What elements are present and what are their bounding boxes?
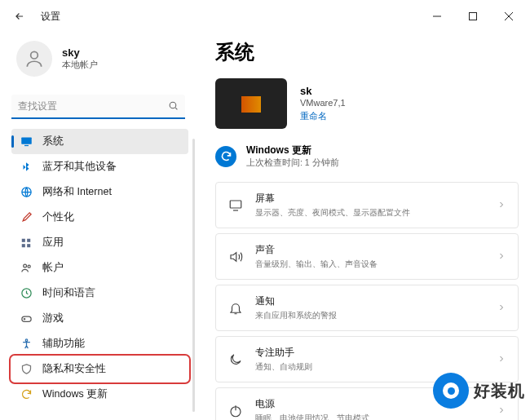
sidebar-item-gaming[interactable]: 游戏 xyxy=(11,306,188,331)
card-sub: 来自应用和系统的警报 xyxy=(255,310,485,321)
close-icon xyxy=(505,12,513,20)
bluetooth-icon xyxy=(20,161,33,174)
svg-point-10 xyxy=(23,264,26,267)
svg-point-1 xyxy=(31,51,38,59)
avatar xyxy=(16,41,52,77)
bell-icon xyxy=(227,301,244,316)
main-content: 系统 sk VMware7,1 重命名 Windows 更新 上次检查时间: 1… xyxy=(196,33,530,420)
sidebar-item-time[interactable]: 时间和语言 xyxy=(11,281,188,306)
svg-point-2 xyxy=(170,102,176,108)
chevron-right-icon xyxy=(497,198,506,213)
watermark-text: 好装机 xyxy=(474,380,525,402)
window-title: 设置 xyxy=(41,10,60,24)
sidebar-item-label: 时间和语言 xyxy=(42,286,95,300)
device-model: VMware7,1 xyxy=(300,98,346,108)
update-status-icon xyxy=(215,146,236,167)
card-sound[interactable]: 声音音量级别、输出、输入、声音设备 xyxy=(215,233,519,280)
moon-icon xyxy=(227,352,244,367)
chevron-right-icon xyxy=(497,250,506,264)
windows-update-status[interactable]: Windows 更新 上次检查时间: 1 分钟前 xyxy=(215,144,519,169)
update-icon xyxy=(20,388,33,401)
minimize-button[interactable] xyxy=(419,3,455,29)
apps-icon xyxy=(20,237,33,250)
search-input[interactable] xyxy=(11,95,185,119)
svg-rect-8 xyxy=(22,244,25,247)
sidebar: sky 本地帐户 系统 蓝牙和其他设备 网络和 Internet xyxy=(0,33,196,420)
card-title: 专注助手 xyxy=(255,346,485,360)
minimize-icon xyxy=(433,12,441,20)
sidebar-item-system[interactable]: 系统 xyxy=(11,129,188,154)
update-title: Windows 更新 xyxy=(246,144,339,157)
rename-link[interactable]: 重命名 xyxy=(300,110,346,122)
device-info: sk VMware7,1 重命名 xyxy=(215,78,519,129)
display-icon xyxy=(227,198,244,213)
maximize-button[interactable] xyxy=(455,3,491,29)
sidebar-item-label: 游戏 xyxy=(42,312,64,325)
back-icon xyxy=(14,11,25,22)
svg-rect-4 xyxy=(24,145,29,146)
watermark: 好装机 xyxy=(433,373,525,409)
card-title: 声音 xyxy=(255,243,485,257)
page-title: 系统 xyxy=(215,39,519,65)
power-icon xyxy=(227,404,244,418)
svg-rect-6 xyxy=(22,238,25,241)
user-name: sky xyxy=(62,46,98,59)
sidebar-item-bluetooth[interactable]: 蓝牙和其他设备 xyxy=(11,154,188,179)
watermark-icon xyxy=(433,373,469,409)
maximize-icon xyxy=(469,12,477,20)
card-sub: 通知、自动规则 xyxy=(255,361,485,373)
sidebar-item-label: 隐私和安全性 xyxy=(42,362,106,376)
chevron-right-icon xyxy=(497,301,506,316)
sidebar-item-label: 蓝牙和其他设备 xyxy=(42,160,117,174)
svg-rect-7 xyxy=(27,238,30,241)
chevron-right-icon xyxy=(497,352,506,367)
sound-icon xyxy=(227,250,244,264)
sidebar-item-label: Windows 更新 xyxy=(42,387,108,401)
svg-rect-0 xyxy=(470,13,477,20)
sidebar-item-label: 系统 xyxy=(42,135,64,148)
system-icon xyxy=(20,135,33,148)
accounts-icon xyxy=(20,262,33,275)
sidebar-item-privacy[interactable]: 隐私和安全性 xyxy=(11,356,188,382)
back-button[interactable] xyxy=(7,3,33,29)
sidebar-item-label: 个性化 xyxy=(42,210,74,224)
gaming-icon xyxy=(20,312,33,325)
card-notifications[interactable]: 通知来自应用和系统的警报 xyxy=(215,285,519,331)
sidebar-item-personalization[interactable]: 个性化 xyxy=(11,205,188,230)
person-icon xyxy=(24,48,45,69)
card-sub: 音量级别、输出、输入、声音设备 xyxy=(255,259,485,270)
svg-rect-3 xyxy=(21,138,32,144)
sidebar-item-label: 应用 xyxy=(42,236,64,250)
sidebar-item-label: 辅助功能 xyxy=(42,337,85,351)
network-icon xyxy=(20,186,33,199)
svg-point-11 xyxy=(28,265,30,267)
card-sub: 睡眠、电池使用情况、节电模式 xyxy=(255,413,485,420)
card-title: 屏幕 xyxy=(255,192,485,206)
sidebar-item-accessibility[interactable]: 辅助功能 xyxy=(11,331,188,356)
search-icon xyxy=(168,99,179,114)
svg-rect-15 xyxy=(230,201,241,208)
svg-rect-9 xyxy=(27,244,30,247)
card-title: 通知 xyxy=(255,294,485,308)
user-account[interactable]: sky 本地帐户 xyxy=(11,33,188,91)
device-name: sk xyxy=(300,85,346,97)
card-display[interactable]: 屏幕显示器、亮度、夜间模式、显示器配置文件 xyxy=(215,182,519,228)
svg-point-14 xyxy=(25,339,28,342)
sidebar-item-update[interactable]: Windows 更新 xyxy=(11,382,188,407)
sidebar-item-accounts[interactable]: 帐户 xyxy=(11,255,188,281)
sidebar-item-label: 网络和 Internet xyxy=(42,185,112,199)
device-thumbnail xyxy=(215,78,287,129)
clock-icon xyxy=(20,287,33,300)
accessibility-icon xyxy=(20,338,33,351)
sidebar-item-label: 帐户 xyxy=(42,261,64,275)
sidebar-item-network[interactable]: 网络和 Internet xyxy=(11,179,188,205)
update-sub: 上次检查时间: 1 分钟前 xyxy=(246,157,339,169)
sidebar-item-apps[interactable]: 应用 xyxy=(11,230,188,255)
svg-rect-13 xyxy=(21,316,30,321)
close-button[interactable] xyxy=(491,3,527,29)
shield-icon xyxy=(20,363,33,376)
card-sub: 显示器、亮度、夜间模式、显示器配置文件 xyxy=(255,207,485,219)
brush-icon xyxy=(20,211,33,224)
user-sub: 本地帐户 xyxy=(62,59,98,71)
